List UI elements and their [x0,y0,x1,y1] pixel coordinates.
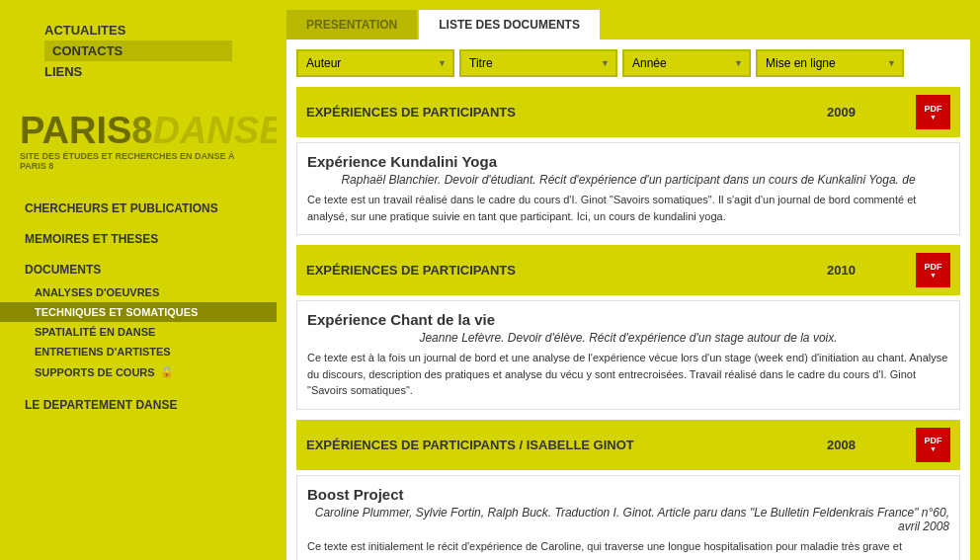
sidebar-item-contacts[interactable]: CONTACTS [44,40,232,61]
annee-filter-wrapper: Année [622,49,751,77]
doc-entry-2: Expérience Chant de la vie Jeanne Lefèvr… [296,300,960,410]
sidebar-item-departement[interactable]: LE DEPARTEMENT DANSE [0,392,277,418]
top-nav: ACTUALITES CONTACTS LIENS [0,10,277,92]
doc-entry-3: Boost Project Caroline Plummer, Sylvie F… [296,475,960,561]
auteur-select[interactable]: Auteur [296,49,454,77]
sidebar-item-actualites[interactable]: ACTUALITES [44,20,232,40]
titre-filter-wrapper: Titre [459,49,617,77]
section-memoires: MEMOIRES ET THESES [0,226,277,252]
logo-danse: DANSE [152,110,284,151]
sidebar-item-chercheurs[interactable]: CHERCHEURS ET PUBLICATIONS [0,196,277,221]
sidebar-item-entretiens[interactable]: ENTRETIENS D'ARTISTES [0,342,277,361]
category-title-1: EXPÉRIENCES DE PARTICIPANTS [306,105,817,120]
sidebar-item-memoires[interactable]: MEMOIRES ET THESES [0,226,277,252]
titre-select[interactable]: Titre [459,49,617,77]
doc-title-2: Expérience Chant de la vie [307,311,949,328]
section-documents: DOCUMENTS ANALYSES D'OEUVRES TECHNIQUES … [0,257,277,382]
logo-eight: 8 [131,110,152,151]
category-header-2: EXPÉRIENCES DE PARTICIPANTS 2010 PDF ▼ [296,245,960,295]
sidebar-item-analyses[interactable]: ANALYSES D'OEUVRES [0,282,277,302]
logo-paris: PARIS [20,110,131,151]
doc-author-2: Jeanne Lefèvre. Devoir d'élève. Récit d'… [307,331,949,345]
pdf-icon-1[interactable]: PDF ▼ [916,95,950,129]
content-area: Auteur Titre Année Mise en ligne [286,40,970,560]
category-title-2: EXPÉRIENCES DE PARTICIPANTS [306,263,817,278]
doc-description-3: Ce texte est initialement le récit d'exp… [307,538,949,561]
category-year-3: 2008 [827,438,906,452]
category-header-3: EXPÉRIENCES DE PARTICIPANTS / ISABELLE G… [296,420,960,470]
mise-filter-wrapper: Mise en ligne [756,49,904,77]
main-content: PRESENTATION LISTE DES DOCUMENTS Auteur … [277,0,980,560]
pdf-icon-2[interactable]: PDF ▼ [916,253,950,287]
lock-icon: 🔒 [160,365,174,378]
sidebar-item-spatialite[interactable]: SPATIALITÉ EN DANSE [0,322,277,342]
tab-liste[interactable]: LISTE DES DOCUMENTS [419,10,600,40]
category-header-1: EXPÉRIENCES DE PARTICIPANTS 2009 PDF ▼ [296,87,960,137]
sidebar-item-supports[interactable]: SUPPORTS DE COURS 🔒 [0,361,277,382]
logo-area: PARIS8DANSE SITE DES ÉTUDES ET RECHERCHE… [0,92,277,181]
tab-presentation[interactable]: PRESENTATION [286,10,417,40]
mise-select[interactable]: Mise en ligne [756,49,904,77]
category-year-1: 2009 [827,105,906,120]
logo: PARIS8DANSE [20,112,257,149]
category-title-3: EXPÉRIENCES DE PARTICIPANTS / ISABELLE G… [306,438,817,452]
doc-sub-nav: ANALYSES D'OEUVRES TECHNIQUES ET SOMATIQ… [0,282,277,382]
category-year-2: 2010 [827,263,906,278]
doc-description-2: Ce texte est à la fois un journal de bor… [307,350,949,399]
doc-title-1: Expérience Kundalini Yoga [307,153,949,170]
logo-subtitle: SITE DES ÉTUDES ET RECHERCHES EN DANSE À… [20,151,257,171]
sidebar-item-techniques[interactable]: TECHNIQUES ET SOMATIQUES [0,302,277,322]
annee-select[interactable]: Année [622,49,751,77]
section-departement: LE DEPARTEMENT DANSE [0,392,277,418]
sidebar-item-documents[interactable]: DOCUMENTS [0,257,277,282]
doc-author-3: Caroline Plummer, Sylvie Fortin, Ralph B… [307,506,949,533]
doc-title-3: Boost Project [307,486,949,503]
pdf-icon-3[interactable]: PDF ▼ [916,428,950,462]
main-nav: CHERCHEURS ET PUBLICATIONS MEMOIRES ET T… [0,196,277,418]
supports-label: SUPPORTS DE COURS [35,366,155,378]
sidebar-item-liens[interactable]: LIENS [44,61,232,82]
sidebar: ACTUALITES CONTACTS LIENS PARIS8DANSE SI… [0,0,277,560]
filter-row: Auteur Titre Année Mise en ligne [296,49,960,77]
doc-entry-1: Expérience Kundalini Yoga Raphaël Blanch… [296,142,960,235]
section-chercheurs: CHERCHEURS ET PUBLICATIONS [0,196,277,221]
tab-bar: PRESENTATION LISTE DES DOCUMENTS [277,10,980,40]
auteur-filter-wrapper: Auteur [296,49,454,77]
doc-author-1: Raphaël Blanchier. Devoir d'étudiant. Ré… [307,173,949,187]
doc-description-1: Ce texte est un travail réalisé dans le … [307,192,949,224]
